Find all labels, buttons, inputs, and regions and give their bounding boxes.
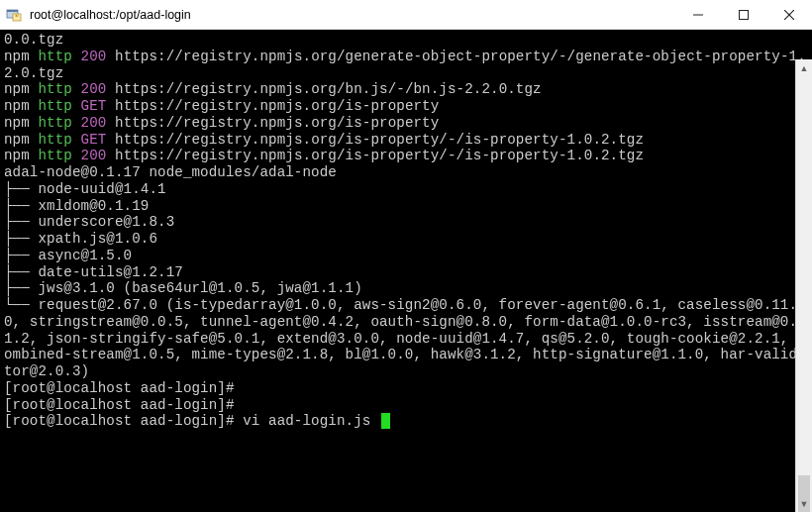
url-text: https://registry.npmjs.org/is-property bbox=[115, 98, 439, 114]
method-get: GET bbox=[81, 98, 115, 114]
terminal-line: └── request@2.67.0 (is-typedarray@1.0.0,… bbox=[4, 297, 808, 380]
window-titlebar: root@localhost:/opt/aad-login bbox=[0, 0, 812, 30]
app-icon bbox=[0, 7, 28, 23]
svg-rect-4 bbox=[740, 10, 749, 19]
npm-token: npm bbox=[4, 132, 38, 148]
url-text: https://registry.npmjs.org/generate-obje… bbox=[4, 49, 806, 81]
terminal-line: npm http 200 https://registry.npmjs.org/… bbox=[4, 148, 808, 164]
dep-tree-line: ├── jws@3.1.0 (base64url@1.0.5, jwa@1.1.… bbox=[4, 280, 362, 296]
terminal-line: ├── xpath.js@1.0.6 bbox=[4, 231, 808, 248]
terminal-line: 0.0.tgz bbox=[4, 32, 808, 49]
svg-rect-1 bbox=[7, 10, 18, 12]
npm-token: npm bbox=[4, 115, 38, 131]
dep-tree-line: ├── date-utils@1.2.17 bbox=[4, 264, 183, 280]
terminal-line: npm http 200 https://registry.npmjs.org/… bbox=[4, 81, 808, 98]
url-text: https://registry.npmjs.org/is-property/-… bbox=[115, 148, 644, 163]
dep-tree-line: ├── xmldom@0.1.19 bbox=[4, 198, 149, 214]
url-text: https://registry.npmjs.org/is-property/-… bbox=[115, 132, 644, 148]
http-token: http bbox=[38, 98, 80, 114]
cursor bbox=[381, 413, 390, 429]
close-button[interactable] bbox=[766, 0, 812, 30]
http-token: http bbox=[38, 132, 80, 148]
terminal-line: ├── node-uuid@1.4.1 bbox=[4, 181, 808, 198]
minimize-button[interactable] bbox=[675, 0, 721, 30]
terminal-line: [root@localhost aad-login]# bbox=[4, 380, 808, 397]
npm-token: npm bbox=[4, 98, 38, 114]
text: 0.0.tgz bbox=[4, 32, 63, 48]
shell-prompt: [root@localhost aad-login]# bbox=[4, 380, 235, 396]
status-200: 200 bbox=[81, 81, 115, 97]
dep-tree-line: ├── xpath.js@1.0.6 bbox=[4, 231, 157, 247]
terminal-line: npm http GET https://registry.npmjs.org/… bbox=[4, 132, 808, 149]
npm-token: npm bbox=[4, 81, 38, 97]
dep-tree-line: ├── async@1.5.0 bbox=[4, 248, 132, 263]
text: adal-node@0.1.17 node_modules/adal-node bbox=[4, 164, 337, 180]
vertical-scrollbar[interactable]: ▲ ▼ bbox=[795, 59, 812, 512]
npm-token: npm bbox=[4, 148, 38, 163]
url-text: https://registry.npmjs.org/bn.js/-/bn.js… bbox=[115, 81, 542, 97]
status-200: 200 bbox=[81, 148, 115, 163]
window-title: root@localhost:/opt/aad-login bbox=[28, 8, 191, 22]
http-token: http bbox=[38, 148, 80, 163]
terminal-line: npm http 200 https://registry.npmjs.org/… bbox=[4, 115, 808, 132]
dep-tree-line: └── request@2.67.0 (is-typedarray@1.0.0,… bbox=[4, 297, 806, 379]
shell-prompt: [root@localhost aad-login]# vi aad-login… bbox=[4, 413, 379, 429]
scroll-up-arrow[interactable]: ▲ bbox=[796, 59, 812, 76]
terminal-line: [root@localhost aad-login]# vi aad-login… bbox=[4, 413, 808, 430]
terminal-line: ├── underscore@1.8.3 bbox=[4, 214, 808, 231]
http-token: http bbox=[38, 81, 80, 97]
terminal-line: ├── jws@3.1.0 (base64url@1.0.5, jwa@1.1.… bbox=[4, 280, 808, 297]
terminal-line: adal-node@0.1.17 node_modules/adal-node bbox=[4, 164, 808, 181]
http-token: http bbox=[38, 115, 80, 131]
maximize-button[interactable] bbox=[721, 0, 766, 30]
status-200: 200 bbox=[81, 49, 115, 64]
terminal-line: ├── xmldom@0.1.19 bbox=[4, 198, 808, 215]
terminal-line: ├── async@1.5.0 bbox=[4, 248, 808, 264]
terminal-line: ├── date-utils@1.2.17 bbox=[4, 264, 808, 281]
terminal-line: npm http 200 https://registry.npmjs.org/… bbox=[4, 49, 808, 82]
status-200: 200 bbox=[81, 115, 115, 131]
url-text: https://registry.npmjs.org/is-property bbox=[115, 115, 439, 131]
shell-prompt: [root@localhost aad-login]# bbox=[4, 397, 235, 413]
http-token: http bbox=[38, 49, 80, 64]
scroll-down-arrow[interactable]: ▼ bbox=[796, 495, 812, 512]
dep-tree-line: ├── underscore@1.8.3 bbox=[4, 214, 174, 230]
method-get: GET bbox=[81, 132, 115, 148]
dep-tree-line: ├── node-uuid@1.4.1 bbox=[4, 181, 166, 197]
terminal-line: [root@localhost aad-login]# bbox=[4, 397, 808, 414]
terminal-output[interactable]: 0.0.tgznpm http 200 https://registry.npm… bbox=[0, 30, 812, 512]
npm-token: npm bbox=[4, 49, 38, 64]
terminal-line: npm http GET https://registry.npmjs.org/… bbox=[4, 98, 808, 115]
